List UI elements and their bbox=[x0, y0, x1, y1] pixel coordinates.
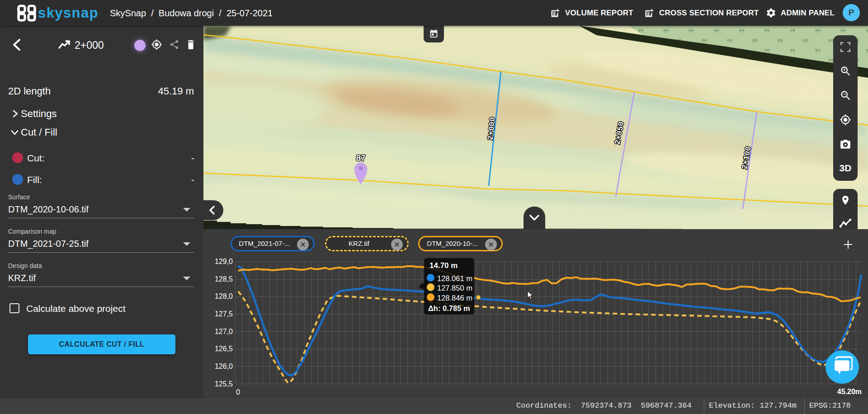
svg-text:87: 87 bbox=[356, 153, 365, 163]
